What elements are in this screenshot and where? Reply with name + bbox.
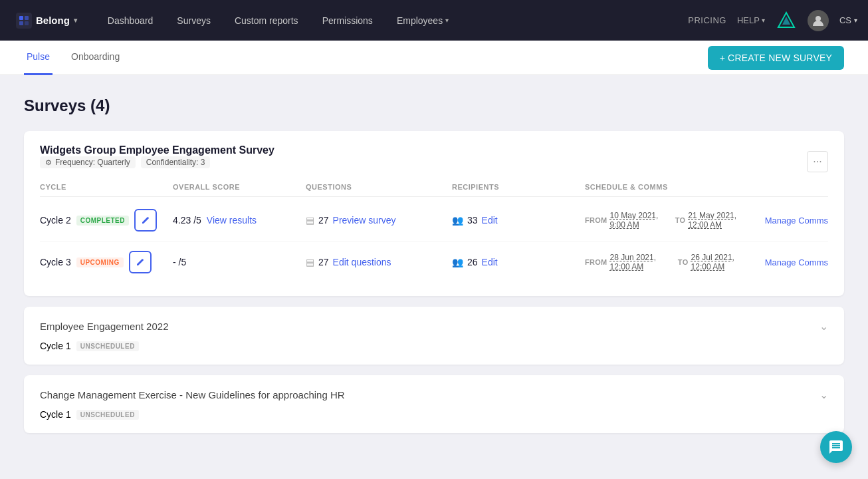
collapsed-cycle-2: Cycle 1 UNSCHEDULED bbox=[40, 341, 828, 351]
survey-name-1: Widgets Group Employee Engagement Survey… bbox=[40, 144, 274, 179]
svg-rect-0 bbox=[19, 16, 23, 20]
survey-meta-1: ⚙ Frequency: Quarterly Confidentiality: … bbox=[40, 156, 274, 168]
table-row: Cycle 2 COMPLETED 4.23 /5 View results ▤… bbox=[40, 200, 828, 241]
survey-card-2: Employee Engagement 2022 ⌄ Cycle 1 UNSCH… bbox=[24, 307, 844, 365]
questions-count-2: 27 bbox=[318, 257, 329, 267]
col-questions: QUESTIONS bbox=[306, 183, 452, 191]
collapsed-header-3: Change Management Exercise - New Guideli… bbox=[40, 389, 828, 401]
navbar: Belong ▾ Dashboard Surveys Custom report… bbox=[0, 0, 868, 41]
page-title: Surveys (4) bbox=[24, 96, 844, 115]
svg-rect-2 bbox=[19, 21, 23, 25]
from-date-1[interactable]: 10 May 2021, 9:00 AM bbox=[610, 211, 673, 230]
frequency-badge: ⚙ Frequency: Quarterly bbox=[40, 156, 136, 168]
nav-employees[interactable]: Employees ▾ bbox=[385, 0, 461, 41]
collapsed-survey-name-2: Employee Engagement 2022 bbox=[40, 321, 168, 332]
svg-rect-3 bbox=[25, 21, 29, 25]
score-cell-2: - /5 bbox=[173, 257, 306, 267]
collapsed-cycle-3: Cycle 1 UNSCHEDULED bbox=[40, 409, 828, 420]
svg-rect-1 bbox=[25, 16, 29, 20]
recipients-edit-link-2[interactable]: Edit bbox=[482, 257, 498, 267]
brand-icon bbox=[16, 13, 32, 29]
gear-icon: ⚙ bbox=[45, 158, 52, 167]
recipients-cell-1: 👥 33 Edit bbox=[452, 215, 585, 226]
survey-options-button[interactable]: ··· bbox=[807, 151, 828, 172]
status-badge: UPCOMING bbox=[76, 257, 124, 267]
cycle-edit-button-2[interactable] bbox=[129, 251, 152, 273]
to-date-2[interactable]: 26 Jul 2021, 12:00 AM bbox=[691, 253, 754, 271]
recipients-count-1: 33 bbox=[467, 215, 478, 226]
cycle-name-2: Cycle 3 bbox=[40, 257, 71, 267]
nav-permissions[interactable]: Permissions bbox=[310, 0, 385, 41]
user-menu[interactable]: CS ▾ bbox=[839, 15, 857, 25]
score-value-2: - /5 bbox=[173, 257, 186, 267]
col-overall-score: OVERALL SCORE bbox=[173, 183, 306, 191]
manage-comms-link-2[interactable]: Manage Comms bbox=[765, 257, 828, 267]
confidentiality-badge: Confidentiality: 3 bbox=[141, 156, 211, 168]
nav-links: Dashboard Surveys Custom reports Permiss… bbox=[96, 0, 683, 41]
cycle-edit-button-1[interactable] bbox=[134, 209, 157, 232]
confidentiality-text: Confidentiality: 3 bbox=[146, 158, 205, 167]
from-label-1: FROM bbox=[585, 216, 607, 224]
svg-point-6 bbox=[815, 16, 821, 21]
main-content: Surveys (4) Widgets Group Employee Engag… bbox=[0, 75, 868, 465]
cycle-name-1: Cycle 2 bbox=[40, 215, 71, 226]
nav-right: PRICING HELP ▾ CS ▾ bbox=[688, 10, 857, 31]
chevron-down-icon[interactable]: ⌄ bbox=[819, 389, 828, 401]
collapsed-cycle-label-2: Cycle 1 bbox=[40, 341, 71, 351]
nav-custom-reports[interactable]: Custom reports bbox=[223, 0, 310, 41]
survey-table-header: CYCLE OVERALL SCORE QUESTIONS RECIPIENTS… bbox=[40, 183, 828, 197]
questions-count-1: 27 bbox=[318, 215, 329, 226]
to-date-1[interactable]: 21 May 2021, 12:00 AM bbox=[688, 211, 754, 230]
collapsed-survey-name-3: Change Management Exercise - New Guideli… bbox=[40, 389, 345, 400]
questions-cell-2: ▤ 27 Edit questions bbox=[306, 257, 452, 267]
status-badge: COMPLETED bbox=[76, 216, 129, 226]
schedule-cell-2: FROM 28 Jun 2021, 12:00 AM TO 26 Jul 202… bbox=[585, 253, 828, 271]
score-cell-1: 4.23 /5 View results bbox=[173, 215, 306, 226]
survey-title-1: Widgets Group Employee Engagement Survey bbox=[40, 144, 274, 156]
status-badge: UNSCHEDULED bbox=[76, 410, 139, 420]
tab-pulse[interactable]: Pulse bbox=[24, 41, 53, 75]
frequency-text: Frequency: Quarterly bbox=[55, 158, 130, 167]
subtabs-left: Pulse Onboarding bbox=[24, 41, 138, 75]
nav-logo-icon bbox=[776, 10, 797, 31]
survey-header-1: Widgets Group Employee Engagement Survey… bbox=[40, 144, 828, 179]
preview-survey-link[interactable]: Preview survey bbox=[333, 215, 396, 226]
chat-button[interactable] bbox=[820, 431, 852, 463]
subtabs-bar: Pulse Onboarding + CREATE NEW SURVEY bbox=[0, 41, 868, 75]
recipients-edit-link-1[interactable]: Edit bbox=[482, 215, 498, 226]
schedule-cell-1: FROM 10 May 2021, 9:00 AM TO 21 May 2021… bbox=[585, 211, 828, 230]
questions-icon-2: ▤ bbox=[306, 257, 314, 267]
nav-pricing[interactable]: PRICING bbox=[688, 15, 726, 25]
nav-dashboard[interactable]: Dashboard bbox=[96, 0, 165, 41]
cycle-cell-2: Cycle 3 UPCOMING bbox=[40, 251, 173, 273]
brand-chevron: ▾ bbox=[74, 17, 77, 24]
brand-name: Belong bbox=[36, 15, 70, 26]
create-survey-button[interactable]: + CREATE NEW SURVEY bbox=[708, 46, 844, 70]
manage-comms-link-1[interactable]: Manage Comms bbox=[765, 216, 828, 226]
from-date-2[interactable]: 28 Jun 2021, 12:00 AM bbox=[610, 253, 675, 271]
collapsed-cycle-label-3: Cycle 1 bbox=[40, 409, 71, 420]
score-value-1: 4.23 /5 bbox=[173, 215, 201, 226]
edit-questions-link[interactable]: Edit questions bbox=[333, 257, 391, 267]
questions-icon-1: ▤ bbox=[306, 215, 314, 226]
nav-surveys[interactable]: Surveys bbox=[165, 0, 223, 41]
recipients-icon-1: 👥 bbox=[452, 215, 463, 226]
tab-onboarding[interactable]: Onboarding bbox=[68, 41, 122, 75]
employees-chevron: ▾ bbox=[445, 17, 449, 24]
to-label-2: TO bbox=[678, 258, 689, 266]
questions-cell-1: ▤ 27 Preview survey bbox=[306, 215, 452, 226]
col-recipients: RECIPIENTS bbox=[452, 183, 585, 191]
view-results-link[interactable]: View results bbox=[207, 215, 257, 226]
brand-logo[interactable]: Belong ▾ bbox=[11, 13, 82, 29]
chevron-down-icon[interactable]: ⌄ bbox=[819, 320, 828, 333]
avatar bbox=[808, 10, 829, 31]
status-badge: UNSCHEDULED bbox=[76, 341, 139, 351]
to-label-1: TO bbox=[675, 216, 686, 224]
col-cycle: CYCLE bbox=[40, 183, 173, 191]
table-row: Cycle 3 UPCOMING - /5 ▤ 27 Edit question… bbox=[40, 241, 828, 283]
recipients-cell-2: 👥 26 Edit bbox=[452, 257, 585, 267]
recipients-count-2: 26 bbox=[467, 257, 478, 267]
recipients-icon-2: 👥 bbox=[452, 257, 463, 267]
nav-help[interactable]: HELP ▾ bbox=[737, 15, 765, 25]
from-label-2: FROM bbox=[585, 258, 607, 266]
